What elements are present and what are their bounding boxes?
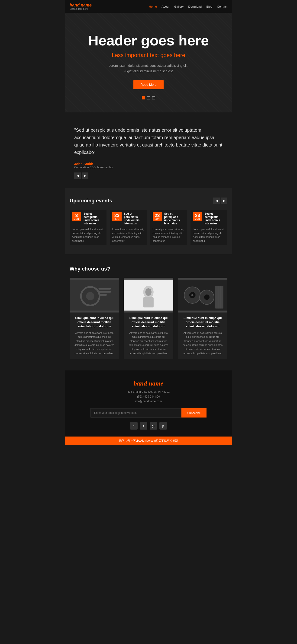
events-prev-button[interactable]: ◀ [213,198,220,204]
event-month-1: JUN [74,218,79,220]
svg-rect-17 [215,286,223,308]
newsletter-input[interactable] [91,408,181,418]
subscribe-button[interactable]: Subscribe [181,408,206,418]
testimonial-nav: ◀ ▶ [74,172,223,179]
event-date-header-3: 23 JUN Sed et persipiatis unde omnis ist… [153,212,185,225]
slider-dots [142,96,155,100]
event-month-2: JUN [114,218,120,220]
nav-item-download[interactable]: Download [188,4,202,8]
footer-phone: (563) 429 234 890 [137,395,160,398]
event-desc-3: Lorem ipsum dolor sit amet, consectetur … [153,228,185,243]
pinterest-icon[interactable]: p [159,422,167,430]
why-card-title-1: Similique sunt in culpa qui officia dese… [73,316,116,329]
event-month-3: JUN [155,218,160,220]
event-card-2: 23 JUN Sed et persipiatis unde omnis ist… [110,210,147,245]
event-title-4: Sed et persipiatis unde omnis iste natus [204,212,225,225]
event-day-4: 23 [195,213,200,218]
event-date-badge-4: 23 JUN [193,212,202,221]
svg-rect-0 [70,280,119,310]
googleplus-icon[interactable]: g+ [150,422,157,430]
event-card-4: 23 JUN Sed et persipiatis unde omnis ist… [190,210,227,245]
brand-name: band name [70,3,92,8]
why-card-title-2: Similique sunt in culpa qui officia dese… [127,316,170,329]
svg-rect-5 [98,294,107,296]
nav-item-blog[interactable]: Blog [206,4,212,8]
testimonial-prev-button[interactable]: ◀ [74,172,81,179]
why-image-1 [70,278,119,312]
svg-point-10 [145,288,152,296]
svg-point-16 [204,294,209,300]
footer-address: 495 Brainard St. Detroit, MI 48201 (563)… [70,390,227,404]
nav-item-home[interactable]: Home [149,4,157,8]
twitter-icon[interactable]: t [140,422,147,430]
why-card-text-2: At vero eos et accusamus et iusto odio d… [127,331,170,356]
event-day-3: 23 [155,213,160,218]
events-title: Upcoming events [70,198,112,204]
navbar: band name Slogan goes here Home About Ga… [65,0,232,13]
testimonial-next-button[interactable]: ▶ [82,172,88,179]
read-more-button[interactable]: Read More [133,80,163,89]
event-day-1: 3 [74,213,79,218]
event-desc-1: Lorem ipsum dolor sit amet, consectetur … [72,228,104,243]
footer-email: info@bandname.com [135,400,162,403]
why-card-1: Similique sunt in culpa qui officia dese… [70,278,119,359]
svg-rect-3 [98,288,111,290]
events-next-button[interactable]: ▶ [221,198,227,204]
why-card-body-1: Similique sunt in culpa qui officia dese… [70,312,119,359]
event-desc-2: Lorem ipsum dolor sit amet, consectetur … [112,228,145,243]
dot-3[interactable] [152,96,155,100]
event-date-header-2: 23 JUN Sed et persipiatis unde omnis ist… [112,212,145,225]
why-image-3 [178,278,227,312]
dot-2[interactable] [147,96,150,100]
nav-item-contact[interactable]: Contact [217,4,227,8]
testimonial-author: John Smith [74,162,223,166]
download-bar-text: 访问虫号社区bbs.xienlao.com买买下载更多资源 [119,439,178,442]
event-day-2: 23 [114,213,120,218]
svg-point-2 [86,292,94,300]
download-bar: 访问虫号社区bbs.xienlao.com买买下载更多资源 [65,436,232,445]
event-title-3: Sed et persipiatis unde omnis iste natus [164,212,185,225]
hero-subtitle: Less important text goes here [112,52,185,58]
events-section: Upcoming events ◀ ▶ 3 JUN Sed et persipi… [65,188,232,254]
event-date-badge-3: 23 JUN [153,212,162,221]
event-date-header-1: 3 JUN Sed et persipiatis unde omnis iste… [72,212,104,225]
svg-rect-4 [98,291,111,292]
events-header: Upcoming events ◀ ▶ [70,198,227,204]
footer-street: 495 Brainard St. Detroit, MI 48201 [127,390,170,394]
nav-item-gallery[interactable]: Gallery [174,4,184,8]
why-image-2 [124,278,173,312]
social-icons: f t g+ p [70,422,227,430]
event-card-1: 3 JUN Sed et persipiatis unde omnis iste… [70,210,107,245]
why-card-text-3: At vero eos et accusamus et iusto odio d… [181,331,224,356]
brand-slogan: Slogan goes here [70,8,92,10]
facebook-icon[interactable]: f [130,422,138,430]
why-card-text-1: At vero eos et accusamus et iusto odio d… [73,331,116,356]
events-nav: ◀ ▶ [213,198,227,204]
event-title-2: Sed et persipiatis unde omnis iste natus [124,212,145,225]
why-card-body-3: Similique sunt in culpa qui officia dese… [178,312,227,359]
event-date-badge-2: 23 JUN [112,212,122,221]
newsletter-row: Subscribe [91,408,206,418]
svg-point-14 [191,294,193,296]
why-grid: Similique sunt in culpa qui officia dese… [70,278,227,359]
event-date-header-4: 23 JUN Sed et persipiatis unde omnis ist… [193,212,225,225]
testimonial-quote: "Sed ut perspiciatis unde omnis iste nat… [74,126,223,156]
testimonial-role: Corporation CEO, books author [74,166,223,169]
why-card-title-3: Similique sunt in culpa qui officia dese… [181,316,224,329]
hero-title: Header goes here [88,33,209,48]
brand-logo: band name Slogan goes here [70,3,92,10]
hero-body: Lorem ipsum dolor sit amet, consectetur … [109,63,188,74]
events-grid: 3 JUN Sed et persipiatis unde omnis iste… [70,210,227,245]
nav-item-about[interactable]: About [161,4,169,8]
why-card-2: Similique sunt in culpa qui officia dese… [124,278,173,359]
footer-brand: band name [70,380,227,387]
testimonial-section: "Sed ut perspiciatis unde omnis iste nat… [65,112,232,188]
dot-1[interactable] [142,96,145,100]
why-title: Why choose us? [70,266,227,272]
nav-links: Home About Gallery Download Blog Contact [149,4,227,8]
event-month-4: JUN [195,218,200,220]
hero-section: Header goes here Less important text goe… [65,13,232,112]
why-card-3: Similique sunt in culpa qui officia dese… [178,278,227,359]
event-title-1: Sed et persipiatis unde omnis iste natus [84,212,104,225]
event-card-3: 23 JUN Sed et persipiatis unde omnis ist… [150,210,187,245]
